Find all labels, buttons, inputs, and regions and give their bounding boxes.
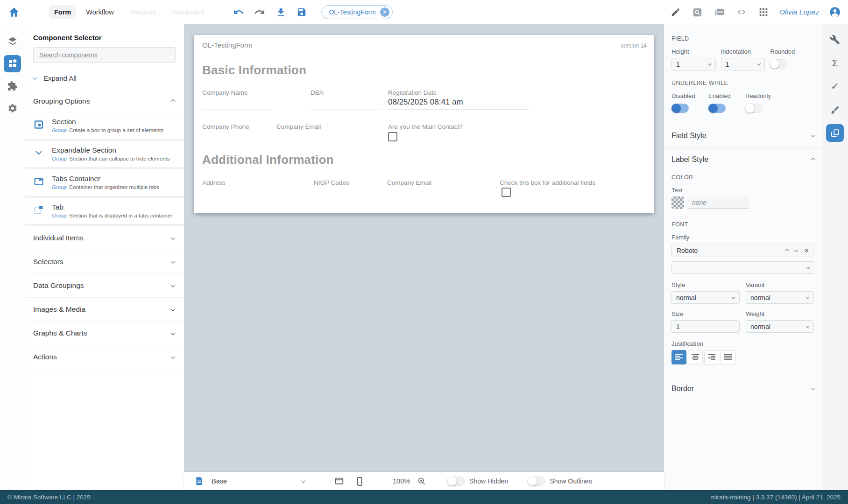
expandable-section-icon (32, 147, 45, 158)
company-name-field[interactable] (202, 110, 272, 110)
variant-label: Variant (746, 281, 814, 288)
nigp-codes-field[interactable] (314, 199, 381, 199)
underline-disabled-toggle[interactable] (671, 104, 689, 113)
font-family-combobox[interactable]: Roboto ✕ (671, 244, 814, 257)
size-input[interactable]: 1 (671, 320, 740, 333)
tab-workflow[interactable]: Workflow (81, 5, 119, 19)
component-item-title: Tab (52, 203, 172, 211)
search-input[interactable] (33, 47, 176, 63)
chevron-down-icon (171, 259, 176, 264)
preview-button[interactable] (692, 6, 704, 18)
rounded-toggle[interactable] (770, 59, 787, 69)
validation-tool-button[interactable]: ✓ (822, 75, 848, 98)
styles-active-highlight (826, 124, 844, 142)
layout-variant-select[interactable]: Base (212, 477, 305, 485)
undo-button[interactable] (233, 6, 245, 18)
edit-mode-button[interactable] (670, 6, 682, 18)
chevron-down-icon[interactable] (794, 248, 798, 252)
dba-field[interactable] (311, 110, 381, 110)
redo-button[interactable] (254, 6, 266, 18)
settings-nav-button[interactable] (0, 97, 25, 119)
mobile-preview-button[interactable] (353, 475, 366, 487)
field-style-accordion[interactable]: Field Style (671, 124, 814, 147)
accordion-selectors[interactable]: Selectors (25, 250, 184, 274)
status-bar: © Mirata Software LLC | 2025 mirata-trai… (0, 490, 848, 504)
expand-all-button[interactable]: Expand All (33, 74, 176, 82)
company-phone-label: Company Phone (202, 123, 249, 130)
main-contact-checkbox[interactable] (388, 132, 397, 141)
align-center-button[interactable] (688, 350, 703, 364)
code-view-button[interactable] (735, 6, 748, 18)
download-button[interactable] (275, 6, 287, 18)
apps-menu-button[interactable] (757, 6, 770, 18)
tab-form[interactable]: Form (49, 5, 76, 19)
export-pdf-button[interactable]: PDF (714, 6, 726, 18)
component-item-tabs-container[interactable]: Tabs Container GroupContainer that organ… (25, 169, 184, 196)
height-select[interactable]: 1 (671, 58, 716, 70)
color-swatch[interactable] (671, 196, 684, 209)
company-phone-field[interactable] (202, 144, 271, 144)
open-form-chip[interactable]: OL-TestingForm ✕ (321, 5, 392, 19)
component-item-title: Expandable Section (52, 146, 170, 154)
user-name[interactable]: Olivia Lopez (779, 8, 819, 16)
gear-icon (7, 103, 18, 113)
formula-tool-button[interactable]: Σ (822, 51, 848, 75)
additional-company-email-field[interactable] (387, 199, 492, 199)
styles-tool-button[interactable] (822, 121, 848, 145)
grouping-options-header[interactable]: Grouping Options (25, 91, 184, 112)
zoom-controls: 100% (393, 475, 428, 487)
accordion-graphs-charts[interactable]: Graphs & Charts (25, 322, 184, 345)
component-item-expandable-section[interactable]: Expandable Section GroupSection that can… (25, 141, 184, 167)
registration-date-value[interactable]: 08/25/2025 08:41 am (388, 98, 463, 107)
accordion-individual-items[interactable]: Individual Items (25, 226, 184, 250)
underline-readonly-toggle[interactable] (745, 104, 763, 113)
label-style-accordion[interactable]: Label Style (671, 148, 814, 171)
chevron-down-icon (171, 235, 176, 240)
address-field[interactable] (202, 199, 305, 199)
components-nav-button[interactable] (0, 52, 25, 75)
border-accordion[interactable]: Border (671, 377, 814, 400)
component-item-section[interactable]: Section GroupCreate a box to group a set… (25, 112, 184, 139)
desktop-preview-button[interactable] (333, 475, 345, 487)
text-color-input[interactable]: none (688, 197, 749, 209)
underline-enabled-toggle[interactable] (708, 104, 726, 113)
plugins-nav-button[interactable] (0, 75, 25, 97)
component-selector-panel: Component Selector Expand All Grouping O… (25, 24, 184, 490)
field-settings-tool-button[interactable] (822, 28, 848, 51)
theme-tool-button[interactable] (822, 98, 848, 121)
show-hidden-toggle[interactable] (447, 476, 465, 486)
nigp-codes-label: NIGP Codes (314, 179, 349, 186)
additional-fields-checkbox[interactable] (502, 188, 511, 197)
company-email-field[interactable] (276, 144, 379, 144)
show-outlines-toggle[interactable] (528, 476, 545, 486)
accordion-data-groupings[interactable]: Data Groupings (25, 274, 184, 298)
align-justify-button[interactable] (721, 350, 735, 364)
basic-information-heading: Basic Information (202, 63, 306, 77)
variant-select[interactable]: normal (746, 291, 814, 304)
accordion-label: Individual Items (33, 234, 84, 242)
accordion-actions[interactable]: Actions (25, 345, 184, 369)
clear-font-icon[interactable]: ✕ (804, 247, 809, 254)
accordion-images-media[interactable]: Images & Media (25, 298, 184, 322)
indentation-select[interactable]: 1 (721, 58, 765, 70)
component-item-tab[interactable]: Tab GroupSection that is displayed in a … (25, 198, 184, 224)
tab-dashboard: Dashboard (166, 5, 209, 19)
height-label: Height (671, 48, 716, 55)
weight-select[interactable]: normal (746, 320, 814, 333)
close-form-icon[interactable]: ✕ (380, 7, 389, 17)
align-left-button[interactable] (671, 350, 686, 364)
account-button[interactable] (829, 6, 841, 18)
app-window: Form Workflow Template Dashboard OL-Test… (0, 0, 848, 504)
align-right-button[interactable] (704, 350, 719, 364)
zoom-in-button[interactable] (416, 475, 428, 487)
style-value: normal (676, 294, 696, 301)
style-select[interactable]: normal (671, 291, 740, 304)
home-button[interactable] (7, 5, 21, 19)
layers-nav-button[interactable] (0, 30, 25, 52)
field-style-label: Field Style (671, 132, 707, 140)
document-icon (194, 476, 204, 487)
save-button[interactable] (296, 6, 308, 18)
registration-date-field[interactable] (388, 110, 529, 110)
chevron-up-icon[interactable] (785, 248, 789, 252)
font-secondary-select[interactable] (671, 261, 814, 274)
